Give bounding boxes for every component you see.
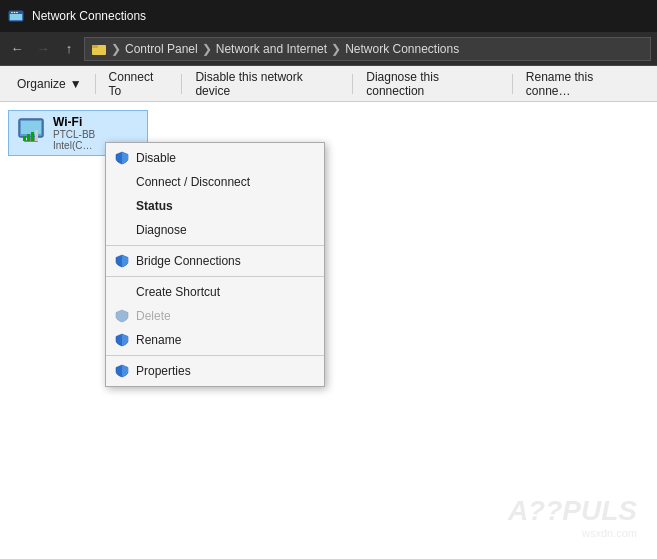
up-button[interactable]: ↑ (58, 38, 80, 60)
svg-rect-15 (35, 130, 38, 141)
ctx-bridge-connections[interactable]: Bridge Connections (106, 249, 324, 273)
svg-rect-2 (9, 11, 23, 14)
file-list: Wi-Fi PTCL-BB Intel(C… Disable Connect /… (0, 102, 657, 559)
svg-point-3 (11, 12, 13, 14)
path-network-internet: Network and Internet (216, 42, 327, 56)
forward-button[interactable]: → (32, 38, 54, 60)
watermark: A??PULS wsxdn.com (508, 495, 637, 539)
adapter-name: Wi-Fi (53, 115, 95, 129)
back-button[interactable]: ← (6, 38, 28, 60)
ctx-status[interactable]: Status (106, 194, 324, 218)
window-title: Network Connections (32, 9, 146, 23)
rename-button[interactable]: Rename this conne… (517, 71, 649, 97)
address-path[interactable]: ❯ Control Panel ❯ Network and Internet ❯… (84, 37, 651, 61)
svg-point-4 (14, 12, 16, 14)
path-control-panel: Control Panel (125, 42, 198, 56)
path-network-connections: Network Connections (345, 42, 459, 56)
folder-icon (91, 41, 107, 57)
main-area: Wi-Fi PTCL-BB Intel(C… Disable Connect /… (0, 102, 657, 559)
window-icon (8, 8, 24, 24)
shield-rename-icon (114, 332, 130, 348)
shield-properties-icon (114, 363, 130, 379)
svg-rect-7 (92, 45, 98, 48)
adapter-detail-2: Intel(C… (53, 140, 95, 151)
ctx-connect-disconnect[interactable]: Connect / Disconnect (106, 170, 324, 194)
adapter-detail-1: PTCL-BB (53, 129, 95, 140)
ctx-disable[interactable]: Disable (106, 146, 324, 170)
svg-rect-12 (23, 136, 26, 141)
watermark-domain: wsxdn.com (508, 527, 637, 539)
context-menu: Disable Connect / Disconnect Status Diag… (105, 142, 325, 387)
toolbar-separator-3 (352, 74, 353, 94)
adapter-info: Wi-Fi PTCL-BB Intel(C… (53, 115, 95, 151)
adapter-icon (15, 117, 47, 149)
ctx-separator-3 (106, 355, 324, 356)
shield-delete-icon (114, 308, 130, 324)
toolbar: Organize ▼ Connect To Disable this netwo… (0, 66, 657, 102)
toolbar-separator-2 (181, 74, 182, 94)
toolbar-separator-1 (95, 74, 96, 94)
svg-point-5 (16, 12, 18, 14)
ctx-create-shortcut[interactable]: Create Shortcut (106, 280, 324, 304)
ctx-separator-2 (106, 276, 324, 277)
ctx-properties[interactable]: Properties (106, 359, 324, 383)
watermark-logo: A??PULS (508, 495, 637, 527)
shield-bridge-icon (114, 253, 130, 269)
disable-button[interactable]: Disable this network device (186, 71, 348, 97)
ctx-delete: Delete (106, 304, 324, 328)
ctx-rename[interactable]: Rename (106, 328, 324, 352)
organize-button[interactable]: Organize ▼ (8, 71, 91, 97)
ctx-separator-1 (106, 245, 324, 246)
ctx-diagnose[interactable]: Diagnose (106, 218, 324, 242)
title-bar: Network Connections (0, 0, 657, 32)
address-bar: ← → ↑ ❯ Control Panel ❯ Network and Inte… (0, 32, 657, 66)
shield-disable-icon (114, 150, 130, 166)
connect-to-button[interactable]: Connect To (100, 71, 178, 97)
svg-rect-13 (27, 134, 30, 141)
svg-rect-14 (31, 132, 34, 141)
diagnose-button[interactable]: Diagnose this connection (357, 71, 508, 97)
svg-rect-1 (10, 14, 22, 20)
toolbar-separator-4 (512, 74, 513, 94)
